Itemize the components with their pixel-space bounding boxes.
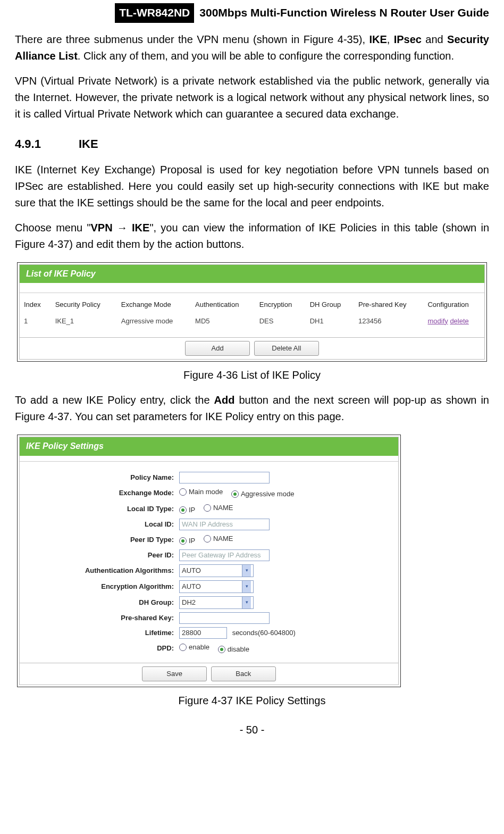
lifetime-suffix: seconds(60-604800)	[232, 629, 296, 637]
auth-algorithm-select[interactable]: AUTO▾	[179, 564, 254, 577]
doc-title: 300Mbps Multi-Function Wireless N Router…	[199, 4, 489, 22]
chevron-down-icon: ▾	[242, 581, 251, 593]
policy-name-input[interactable]	[179, 472, 270, 483]
radio-label: NAME	[213, 503, 233, 513]
radio-label: enable	[189, 642, 209, 653]
lifetime-input[interactable]: 28800	[179, 627, 227, 639]
col-authentication: Authentication	[191, 294, 255, 313]
panel-title: IKE Policy Settings	[20, 437, 398, 456]
radio-label: Main mode	[189, 487, 223, 497]
radio-dpd-disable[interactable]: disable	[218, 644, 249, 655]
arrow-icon: →	[113, 222, 132, 233]
col-exchange-mode: Exchange Mode	[117, 294, 191, 313]
text-bold: Add	[214, 394, 235, 406]
radio-dpd-enable[interactable]: enable	[179, 642, 209, 653]
cell-index: 1	[20, 314, 51, 336]
label-policy-name: Policy Name:	[20, 472, 179, 483]
label-exchange-mode: Exchange Mode:	[20, 488, 179, 498]
model-badge: TL-WR842ND	[115, 3, 194, 23]
ike-paragraph-3: To add a new IKE Policy entry, click the…	[15, 392, 489, 425]
back-button[interactable]: Back	[211, 666, 276, 681]
text: To add a new IKE Policy entry, click the	[15, 394, 214, 406]
col-security-policy: Security Policy	[51, 294, 117, 313]
panel-title: List of IKE Policy	[20, 265, 484, 283]
add-button[interactable]: Add	[185, 341, 250, 356]
label-lifetime: Lifetime:	[20, 628, 179, 638]
cell-policy: IKE_1	[51, 314, 117, 336]
delete-all-button[interactable]: Delete All	[254, 341, 319, 356]
radio-label: IP	[189, 505, 195, 515]
button-row: Save Back	[20, 663, 398, 685]
text-bold: IKE	[369, 34, 387, 45]
label-local-id-type: Local ID Type:	[20, 504, 179, 514]
col-preshared-key: Pre-shared Key	[354, 294, 423, 313]
cell-enc: DES	[255, 314, 306, 336]
text: . Click any of them, and you will be abl…	[78, 50, 454, 62]
select-value: AUTO	[182, 581, 201, 592]
radio-peer-name[interactable]: NAME	[204, 533, 233, 544]
intro-paragraph-2: VPN (Virtual Private Network) is a priva…	[15, 73, 489, 122]
button-row: Add Delete All	[20, 337, 484, 359]
doc-header: TL-WR842ND 300Mbps Multi-Function Wirele…	[0, 0, 504, 23]
section-title: IKE	[79, 137, 98, 151]
label-enc-algorithm: Encryption Algorithm:	[20, 581, 179, 592]
cell-dh: DH1	[306, 314, 354, 336]
radio-label: Aggressive mode	[241, 489, 294, 499]
figure-ike-settings: IKE Policy Settings Policy Name: Exchang…	[17, 435, 401, 688]
section-number: 4.9.1	[15, 135, 79, 153]
text: ,	[387, 34, 394, 45]
text-bold: VPN	[91, 222, 113, 233]
col-dh-group: DH Group	[306, 294, 354, 313]
label-local-id: Local ID:	[20, 519, 179, 530]
save-button[interactable]: Save	[142, 666, 207, 681]
intro-paragraph-1: There are three submenus under the VPN m…	[15, 31, 489, 64]
radio-peer-ip[interactable]: IP	[179, 536, 195, 546]
label-dpd: DPD:	[20, 643, 179, 654]
radio-local-ip[interactable]: IP	[179, 505, 195, 515]
dh-group-select[interactable]: DH2▾	[179, 596, 254, 609]
label-auth-algorithms: Authentication Algorithms:	[20, 565, 179, 576]
enc-algorithm-select[interactable]: AUTO▾	[179, 580, 254, 593]
ike-paragraph-1: IKE (Internet Key Exchange) Proposal is …	[15, 162, 489, 211]
chevron-down-icon: ▾	[242, 565, 251, 577]
text: and	[422, 34, 447, 45]
label-peer-id-type: Peer ID Type:	[20, 535, 179, 545]
col-index: Index	[20, 294, 51, 313]
modify-link[interactable]: modify	[427, 317, 448, 325]
text-bold: IPsec	[394, 34, 422, 45]
cell-psk: 123456	[354, 314, 423, 336]
radio-aggressive-mode[interactable]: Aggressive mode	[231, 489, 294, 499]
page-number: - 50 -	[15, 722, 489, 738]
text: There are three submenus under the VPN m…	[15, 34, 369, 45]
label-peer-id: Peer ID:	[20, 550, 179, 561]
psk-input[interactable]	[179, 612, 270, 624]
ike-paragraph-2: Choose menu "VPN → IKE", you can view th…	[15, 220, 489, 253]
figure-ike-list: List of IKE Policy Index Security Policy…	[17, 262, 487, 362]
col-encryption: Encryption	[255, 294, 306, 313]
label-psk: Pre-shared Key:	[20, 613, 179, 623]
cell-exmode: Agrressive mode	[117, 314, 191, 336]
figure-caption: Figure 4-37 IKE Policy Settings	[15, 693, 489, 709]
ike-policy-table: Index Security Policy Exchange Mode Auth…	[20, 294, 484, 336]
peer-id-input[interactable]: Peer Gateway IP Address	[179, 549, 270, 561]
radio-label: disable	[228, 644, 249, 655]
text-bold: IKE	[132, 222, 149, 233]
figure-caption: Figure 4-36 List of IKE Policy	[15, 367, 489, 383]
radio-label: IP	[189, 536, 195, 546]
text: Choose menu "	[15, 222, 91, 233]
radio-label: NAME	[213, 533, 233, 544]
table-row: 1 IKE_1 Agrressive mode MD5 DES DH1 1234…	[20, 314, 484, 336]
radio-main-mode[interactable]: Main mode	[179, 487, 223, 497]
local-id-input[interactable]: WAN IP Address	[179, 519, 270, 530]
chevron-down-icon: ▾	[242, 597, 251, 608]
select-value: DH2	[182, 597, 196, 608]
radio-local-name[interactable]: NAME	[204, 503, 233, 513]
label-dh-group: DH Group:	[20, 597, 179, 608]
section-heading: 4.9.1IKE	[15, 135, 489, 153]
cell-actions: modify delete	[423, 314, 484, 336]
select-value: AUTO	[182, 565, 201, 576]
col-configuration: Configuration	[423, 294, 484, 313]
cell-auth: MD5	[191, 314, 255, 336]
delete-link[interactable]: delete	[450, 317, 468, 325]
